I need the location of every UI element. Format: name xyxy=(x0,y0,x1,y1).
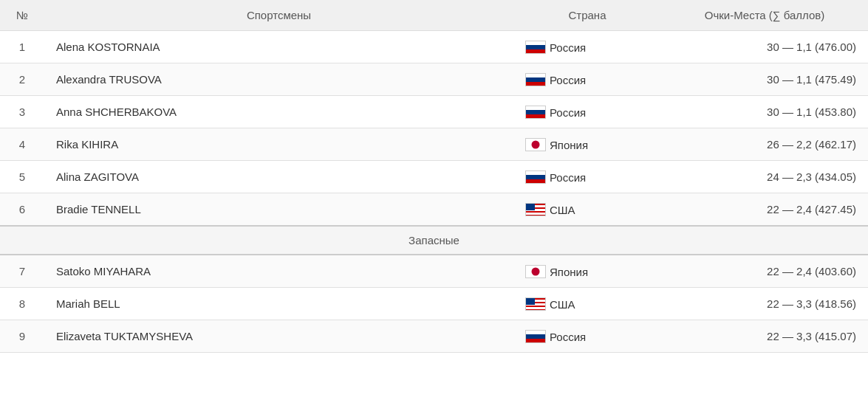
country-cell: Япония xyxy=(513,128,661,161)
col-header-score: Очки-Места (∑ баллов) xyxy=(661,0,868,31)
country-name: Россия xyxy=(550,74,586,86)
table-row: 8Mariah BELLСША22 — 3,3 (418.56) xyxy=(0,288,868,320)
flag-us-icon xyxy=(525,203,546,216)
flag-ru-icon xyxy=(525,106,546,119)
flag-us-icon xyxy=(525,297,546,311)
rank-cell: 9 xyxy=(0,320,44,353)
flag-ru-icon xyxy=(525,41,546,54)
rank-cell: 8 xyxy=(0,288,44,320)
rank-cell: 5 xyxy=(0,161,44,193)
country-name: США xyxy=(550,204,575,216)
athlete-name-cell: Alina ZAGITOVA xyxy=(44,161,513,193)
rank-cell: 2 xyxy=(0,63,44,96)
score-cell: 24 — 2,3 (434.05) xyxy=(661,161,868,193)
score-cell: 30 — 1,1 (475.49) xyxy=(661,63,868,96)
rank-cell: 4 xyxy=(0,128,44,161)
country-cell: Япония xyxy=(513,255,661,288)
score-cell: 26 — 2,2 (462.17) xyxy=(661,128,868,161)
athlete-name-cell: Elizaveta TUKTAMYSHEVA xyxy=(44,320,513,353)
athlete-name-cell: Satoko MIYAHARA xyxy=(44,255,513,288)
athlete-name-cell: Bradie TENNELL xyxy=(44,193,513,227)
country-cell: Россия xyxy=(513,320,661,353)
table-row: 5Alina ZAGITOVAРоссия24 — 2,3 (434.05) xyxy=(0,161,868,193)
score-cell: 30 — 1,1 (476.00) xyxy=(661,31,868,63)
rank-cell: 7 xyxy=(0,255,44,288)
country-name: Россия xyxy=(550,106,586,119)
col-header-athletes: Спортсмены xyxy=(44,0,513,31)
table-row: 1Alena KOSTORNAIAРоссия30 — 1,1 (476.00) xyxy=(0,31,868,63)
main-container: № Спортсмены Страна Очки-Места (∑ баллов… xyxy=(0,0,868,400)
col-header-num: № xyxy=(0,0,44,31)
flag-jp-icon xyxy=(525,265,546,278)
country-cell: Россия xyxy=(513,63,661,96)
table-row: 3Anna SHCHERBAKOVAРоссия30 — 1,1 (453.80… xyxy=(0,96,868,128)
rank-cell: 3 xyxy=(0,96,44,128)
flag-jp-icon xyxy=(525,138,546,151)
separator-row: Запасные xyxy=(0,226,868,255)
results-table: № Спортсмены Страна Очки-Места (∑ баллов… xyxy=(0,0,868,353)
separator-label: Запасные xyxy=(0,226,868,255)
athlete-name-cell: Anna SHCHERBAKOVA xyxy=(44,96,513,128)
athlete-name-cell: Rika KIHIRA xyxy=(44,128,513,161)
athlete-name-cell: Alena KOSTORNAIA xyxy=(44,31,513,63)
table-row: 7Satoko MIYAHARAЯпония22 — 2,4 (403.60) xyxy=(0,255,868,288)
rank-cell: 1 xyxy=(0,31,44,63)
country-cell: Россия xyxy=(513,161,661,193)
table-body: 1Alena KOSTORNAIAРоссия30 — 1,1 (476.00)… xyxy=(0,31,868,353)
country-name: Япония xyxy=(550,266,588,278)
score-cell: 22 — 2,4 (403.60) xyxy=(661,255,868,288)
flag-ru-icon xyxy=(525,73,546,86)
country-name: Россия xyxy=(550,331,586,343)
rank-cell: 6 xyxy=(0,193,44,227)
country-name: Россия xyxy=(550,41,586,54)
table-row: 4Rika KIHIRAЯпония26 — 2,2 (462.17) xyxy=(0,128,868,161)
athlete-name-cell: Alexandra TRUSOVA xyxy=(44,63,513,96)
score-cell: 30 — 1,1 (453.80) xyxy=(661,96,868,128)
athlete-name-cell: Mariah BELL xyxy=(44,288,513,320)
country-cell: США xyxy=(513,288,661,320)
table-row: 2Alexandra TRUSOVAРоссия30 — 1,1 (475.49… xyxy=(0,63,868,96)
score-cell: 22 — 2,4 (427.45) xyxy=(661,193,868,227)
flag-ru-icon xyxy=(525,170,546,184)
score-cell: 22 — 3,3 (418.56) xyxy=(661,288,868,320)
country-name: Россия xyxy=(550,171,586,184)
country-cell: Россия xyxy=(513,31,661,63)
flag-ru-icon xyxy=(525,330,546,343)
score-cell: 22 — 3,3 (415.07) xyxy=(661,320,868,353)
col-header-country: Страна xyxy=(513,0,661,31)
table-row: 9Elizaveta TUKTAMYSHEVAРоссия22 — 3,3 (4… xyxy=(0,320,868,353)
country-name: Япония xyxy=(550,139,588,151)
table-header-row: № Спортсмены Страна Очки-Места (∑ баллов… xyxy=(0,0,868,31)
country-cell: Россия xyxy=(513,96,661,128)
country-cell: США xyxy=(513,193,661,227)
table-row: 6Bradie TENNELLСША22 — 2,4 (427.45) xyxy=(0,193,868,227)
country-name: США xyxy=(550,298,575,311)
